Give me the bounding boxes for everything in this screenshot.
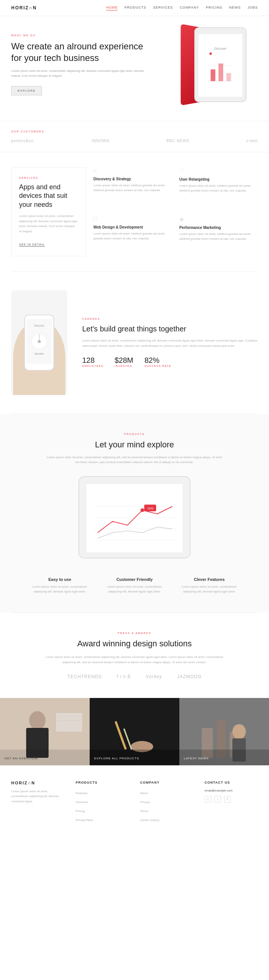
blog-item-1[interactable]: EXPLORE ALL PRODUCTS [90, 698, 179, 765]
phone-screen: Discover Speaker [27, 319, 52, 364]
phone-screen-svg: Discover Speaker [27, 319, 52, 364]
svg-text:Discover: Discover [34, 324, 44, 327]
service-title-2: Web Design & Development [93, 225, 172, 229]
service-item-2: □ Web Design & Development Lorem ipsum d… [93, 215, 172, 256]
svg-point-12 [38, 340, 41, 343]
blog-overlay-0: GET AN OVERVIEW [0, 749, 90, 765]
nav-home[interactable]: HOME [106, 6, 118, 11]
stat-success: 82% SUCCESS RATE [145, 356, 171, 368]
logo[interactable]: HORIZ∩N [11, 5, 37, 11]
service-desc-1: Lorem ipsum dolor sit amet, eleifend gra… [179, 184, 258, 193]
nav-jobs[interactable]: JOBS [247, 6, 258, 11]
careers-label: CAREERS [82, 318, 258, 320]
service-icon-0: ○ [93, 167, 172, 174]
footer-email[interactable]: email@example.com [205, 789, 258, 792]
blog-link-0[interactable]: GET AN OVERVIEW [5, 757, 38, 760]
stat-employees-label: EMPLOYEES [82, 365, 103, 368]
service-desc-0: Lorem ipsum dolor sit amet, eleifend gra… [93, 183, 172, 193]
services-label: SERVICES [19, 177, 78, 179]
careers-stats: 128 EMPLOYEES $28M INVESTED 82% SUCCESS … [82, 356, 258, 368]
chart-svg: 79% [86, 484, 183, 553]
explore-button[interactable]: EXPLORE [11, 86, 42, 95]
service-title-3: Performance Marketing [179, 226, 258, 230]
blog-item-0[interactable]: GET AN OVERVIEW [0, 698, 90, 765]
svg-rect-4 [211, 70, 215, 81]
nav-services[interactable]: SERVICES [153, 6, 173, 11]
hero-section: WHAT WE DO We create an alround experien… [0, 16, 269, 121]
services-title: Apps and end devices that suit your need… [19, 183, 78, 209]
svg-point-20 [141, 508, 144, 512]
customers-logos: perkins&co. INNOWN BBC NEWS o'well [11, 139, 258, 143]
svg-text:Speaker: Speaker [34, 352, 44, 355]
stat-success-value: 82% [145, 356, 171, 365]
blog-link-2[interactable]: LATEST NEWS [184, 757, 209, 760]
blog-overlay-1: EXPLORE ALL PRODUCTS [90, 749, 179, 765]
customers-section: OUR CUSTOMERS perkins&co. INNOWN BBC NEW… [0, 121, 269, 152]
stat-invested-value: $28M [115, 356, 133, 365]
footer-top: HORIZ∩N Lorem ipsum dolor sit amet, cons… [0, 765, 269, 840]
press-logo-3: JAZMODO [177, 674, 202, 679]
phone-shape: Discover Speaker [24, 315, 54, 371]
svg-rect-5 [218, 64, 223, 81]
service-item-3: ◈ Performance Marketing Lorem ipsum dolo… [179, 215, 258, 256]
press-description: Lorem ipsum dolor sit amet, consectetuer… [41, 655, 228, 665]
navigation: HORIZ∩N HOME PRODUCTS SERVICES COMPANY P… [0, 0, 269, 16]
svg-rect-26 [56, 713, 82, 732]
footer-col-contact: CONTACT US email@example.com t i f [205, 781, 258, 825]
feature-2: Clever Features Lorem ipsum dolor sit am… [176, 577, 243, 594]
svg-point-37 [233, 724, 246, 739]
footer: HORIZ∩N Lorem ipsum dolor sit amet, cons… [0, 765, 269, 840]
ipad-screen: Discover [198, 33, 243, 97]
hero-text: WHAT WE DO We create an alround experien… [11, 34, 147, 95]
footer-logo: HORIZ∩N [11, 781, 65, 785]
blog-section: GET AN OVERVIEW EXPLORE ALL PRODUCTS LAT… [0, 698, 269, 765]
careers-title: Let's build great things together [82, 324, 258, 334]
feature-title-1: Customer Friendly [101, 577, 168, 582]
nav-pricing[interactable]: PRICING [206, 6, 223, 11]
facebook-icon[interactable]: f [224, 796, 231, 803]
products-section: PRODUCTS Let your mind explore Lorem ips… [0, 414, 269, 613]
nav-links: HOME PRODUCTS SERVICES COMPANY PRICING N… [106, 6, 258, 11]
feature-desc-1: Lorem ipsum dolor sit amet, consectetuer… [101, 585, 168, 594]
phone-illustration: Discover Speaker [11, 290, 71, 395]
nav-company[interactable]: COMPANY [180, 6, 199, 11]
service-item-0: ○ Discovery & Strategy Lorem ipsum dolor… [93, 167, 172, 208]
product-tablet: 79% [71, 476, 198, 566]
svg-text:79%: 79% [147, 507, 153, 510]
footer-link-privacy: Privacy [140, 798, 193, 805]
feature-title-0: Easy to use [26, 577, 93, 582]
services-description: Lorem ipsum dolor sit amet, consectetuer… [19, 213, 78, 234]
press-logo-2: Vorbey [146, 674, 162, 679]
feature-title-2: Clever Features [176, 577, 243, 582]
nav-news[interactable]: NEWS [229, 6, 241, 11]
products-features: Easy to use Lorem ipsum dolor sit amet, … [11, 577, 258, 594]
footer-products-links: Features Overview Pricing Pricing Plans [76, 789, 129, 822]
footer-about-desc: Lorem ipsum dolor sit amet, consectetuer… [11, 789, 65, 804]
products-description: Lorem ipsum dolor sit amet, consectetuer… [45, 455, 224, 465]
twitter-icon[interactable]: t [205, 796, 212, 803]
svg-point-8 [210, 52, 212, 55]
press-title: Award winning design solutions [11, 639, 258, 649]
nav-products[interactable]: PRODUCTS [124, 6, 146, 11]
service-icon-1: ♡ [179, 167, 258, 174]
blog-link-1[interactable]: EXPLORE ALL PRODUCTS [94, 757, 139, 760]
instagram-icon[interactable]: i [214, 796, 221, 803]
service-icon-3: ◈ [179, 215, 258, 223]
footer-col-products: PRODUCTS Features Overview Pricing Prici… [76, 781, 129, 825]
svg-rect-15 [86, 484, 183, 553]
hero-description: Lorem ipsum dolor sit amet, consectetuer… [11, 68, 147, 78]
service-desc-3: Lorem ipsum dolor sit amet, eleifend gra… [179, 232, 258, 242]
careers-description: Lorem ipsum dolor sit amet, consectetuer… [82, 338, 258, 348]
service-item-1: ♡ User Retargeting Lorem ipsum dolor sit… [179, 167, 258, 208]
blog-item-2[interactable]: LATEST NEWS [179, 698, 269, 765]
services-link[interactable]: SEE IN DETAIL [19, 243, 45, 247]
stat-employees: 128 EMPLOYEES [82, 356, 103, 368]
footer-link-career: Career (Open) [140, 816, 193, 822]
stat-invested: $28M INVESTED [115, 356, 133, 368]
footer-link-plans: Pricing Plans [76, 816, 129, 822]
customers-label: OUR CUSTOMERS [11, 130, 258, 133]
footer-link-pricing: Pricing [76, 807, 129, 813]
services-items: ○ Discovery & Strategy Lorem ipsum dolor… [93, 167, 258, 256]
footer-link-overview: Overview [76, 798, 129, 805]
press-label: PRESS & AWARDS [11, 632, 258, 635]
